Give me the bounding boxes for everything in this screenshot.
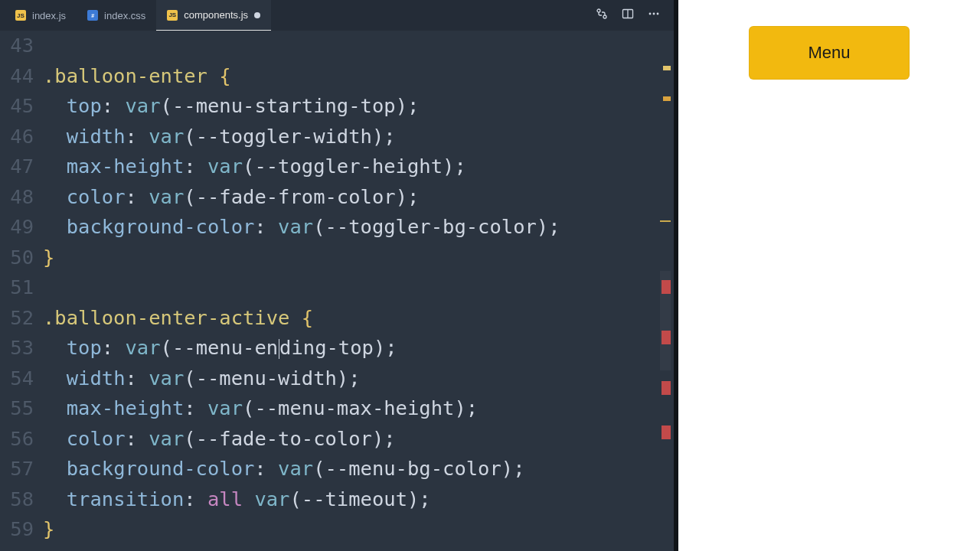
compare-changes-icon[interactable] [596,8,608,23]
split-editor-icon[interactable] [622,8,634,23]
tab-label: index.css [104,10,145,21]
line-number: 53 [0,333,34,364]
code-line[interactable]: background-color: var(--menu-bg-color); [43,454,674,484]
code-line[interactable]: color: var(--fade-from-color); [43,182,674,213]
line-number: 43 [0,31,34,61]
text-cursor [279,339,279,359]
svg-point-4 [649,13,652,15]
line-number: 54 [0,364,34,394]
tab-label: index.js [32,10,66,21]
more-actions-icon[interactable] [648,8,660,23]
svg-point-6 [657,13,659,15]
code-content[interactable]: .balloon-enter { top: var(--menu-startin… [43,31,674,551]
line-number: 52 [0,303,34,334]
line-number: 45 [0,91,34,122]
code-line[interactable]: max-height: var(--menu-max-height); [43,393,674,424]
code-line[interactable]: color: var(--fade-to-color); [43,424,674,455]
line-number: 59 [0,514,34,545]
code-line[interactable]: .balloon-enter { [43,61,674,92]
overview-ruler[interactable] [660,31,671,551]
editor-pane: JSindex.js#index.cssJScomponents.js [0,0,674,551]
tab-index-css[interactable]: #index.css [77,0,156,31]
code-line[interactable]: } [43,243,674,273]
code-line[interactable]: transition: all var(--timeout); [43,484,674,515]
code-line[interactable]: background-color: var(--toggler-bg-color… [43,212,674,243]
line-number: 46 [0,122,34,152]
code-line[interactable]: top: var(--menu-starting-top); [43,91,674,122]
line-number: 44 [0,61,34,92]
code-line[interactable]: max-height: var(--toggler-height); [43,152,674,182]
code-line[interactable]: .balloon-enter-active { [43,303,674,334]
code-line[interactable] [43,272,674,303]
tab-index-js[interactable]: JSindex.js [5,0,77,31]
code-line[interactable]: width: var(--toggler-width); [43,122,674,152]
line-number: 57 [0,454,34,484]
unsaved-indicator-icon [254,12,260,18]
code-line[interactable] [43,31,674,61]
preview-pane: Menu [678,0,980,551]
line-number: 47 [0,152,34,182]
js-file-icon: JS [167,10,178,21]
line-number-gutter: 4344454647484950515253545556575859 [0,31,43,551]
tab-bar: JSindex.js#index.cssJScomponents.js [0,0,674,31]
line-number: 50 [0,243,34,273]
tab-actions [586,8,669,23]
code-line[interactable]: top: var(--menu-ending-top); [43,333,674,364]
code-line[interactable]: width: var(--menu-width); [43,364,674,394]
svg-point-1 [603,15,606,18]
line-number: 58 [0,484,34,515]
svg-point-5 [653,13,655,15]
css-file-icon: # [87,10,98,21]
line-number: 55 [0,393,34,424]
tab-label: components.js [184,9,248,21]
code-area[interactable]: 4344454647484950515253545556575859 .ball… [0,31,674,551]
svg-point-0 [597,9,600,12]
menu-button[interactable]: Menu [749,26,910,80]
line-number: 49 [0,212,34,243]
line-number: 51 [0,272,34,303]
tab-components-js[interactable]: JScomponents.js [156,0,271,31]
line-number: 48 [0,182,34,213]
code-line[interactable]: } [43,514,674,545]
line-number: 56 [0,424,34,455]
js-file-icon: JS [15,10,26,21]
